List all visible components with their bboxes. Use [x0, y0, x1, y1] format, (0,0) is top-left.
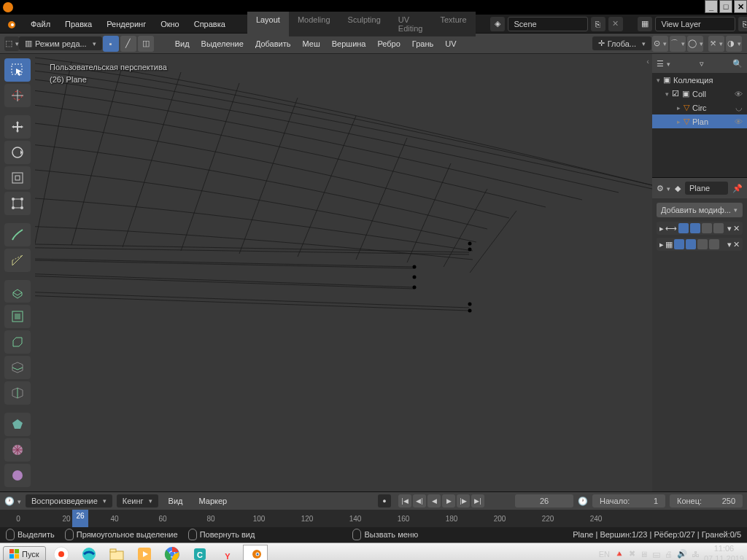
checkbox-icon[interactable]: ☑	[672, 89, 679, 98]
tool-scale[interactable]	[4, 166, 31, 190]
tool-bevel[interactable]	[4, 330, 31, 354]
pivot-icon[interactable]: ⊙	[652, 36, 668, 52]
menu-file[interactable]: Файл	[23, 20, 58, 28]
search-icon[interactable]: 🔍	[732, 59, 743, 69]
view-menu[interactable]: Вид	[169, 39, 196, 48]
taskbar-cent[interactable]: C	[187, 545, 212, 561]
collapse-panel-icon[interactable]: ‹	[646, 57, 649, 66]
browse-layer-icon[interactable]: ▦	[638, 17, 652, 31]
clock-icon[interactable]: 🕐	[578, 497, 588, 506]
mod-delete-icon[interactable]: ✕	[733, 224, 740, 233]
tray-icon[interactable]: 🖨	[665, 550, 673, 559]
tool-inset[interactable]	[4, 305, 31, 328]
new-scene-icon[interactable]: ⎘	[591, 17, 605, 31]
tool-rotate[interactable]	[4, 141, 31, 164]
face-menu[interactable]: Грань	[406, 39, 439, 48]
mod-delete-icon[interactable]: ✕	[733, 240, 740, 249]
close-button[interactable]: ✕	[734, 0, 747, 13]
gizmo-icon[interactable]: ⤧	[708, 36, 724, 52]
playhead[interactable]: 26	[72, 510, 88, 527]
outliner-item-plane[interactable]: ▸ ▽ Plan 👁	[652, 114, 747, 128]
snap-icon[interactable]: ⌒	[670, 36, 686, 52]
tool-polybuild[interactable]	[4, 413, 31, 436]
tab-uvediting[interactable]: UV Editing	[390, 12, 432, 36]
select-menu[interactable]: Выделение	[196, 39, 249, 48]
start-button[interactable]: Пуск	[3, 546, 46, 561]
overlays-icon[interactable]: ◑	[726, 36, 742, 52]
menu-help[interactable]: Справка	[187, 20, 233, 28]
outliner-type-icon[interactable]: ☰	[657, 59, 670, 69]
mod-menu-icon[interactable]: ▾	[727, 224, 732, 233]
tray-icon[interactable]: 🖴	[652, 550, 660, 559]
face-select-icon[interactable]: ◫	[138, 36, 154, 52]
autokey-icon[interactable]: ●	[378, 494, 391, 508]
volume-icon[interactable]: 🔊	[677, 549, 687, 559]
maximize-button[interactable]: □	[719, 0, 732, 13]
mod-toggle-render[interactable]	[674, 239, 684, 249]
playback-menu[interactable]: Воспроизведение	[26, 494, 112, 508]
tool-loopcut[interactable]	[4, 356, 31, 379]
keying-menu[interactable]: Кеинг	[117, 494, 158, 508]
blender-logo-icon[interactable]	[4, 18, 16, 31]
modifier-mirror[interactable]: ▸ ⟷ ▾ ✕	[657, 222, 743, 235]
tab-layout[interactable]: Layout	[247, 12, 289, 36]
mode-selector[interactable]: ▥ Режим реда...	[19, 36, 102, 50]
mod-menu-icon[interactable]: ▾	[727, 240, 732, 249]
taskbar-yandex[interactable]: Y	[215, 545, 240, 561]
jump-end-icon[interactable]: ▶|	[471, 494, 484, 508]
delete-scene-icon[interactable]: ✕	[608, 17, 623, 31]
active-object-field[interactable]: Plane	[685, 182, 728, 195]
current-frame-field[interactable]: 26	[515, 494, 573, 508]
timeline-view-menu[interactable]: Вид	[163, 497, 189, 505]
taskbar-media-player[interactable]	[132, 545, 157, 561]
viewport-3d[interactable]: Пользовательская перспектива (26) Plane …	[35, 54, 652, 491]
mesh-menu[interactable]: Меш	[297, 39, 326, 48]
eye-icon[interactable]: 👁	[735, 90, 743, 98]
tool-annotate[interactable]	[4, 223, 31, 246]
outliner-item-coll[interactable]: ▾ ☑ ▣ Coll 👁	[652, 87, 747, 101]
tool-extrude[interactable]	[4, 280, 31, 303]
mod-toggle-edit[interactable]	[697, 239, 708, 249]
taskbar-chrome[interactable]	[160, 545, 185, 561]
taskbar-blender[interactable]	[243, 545, 268, 561]
tool-transform[interactable]	[4, 192, 31, 215]
jump-start-icon[interactable]: |◀	[398, 494, 411, 508]
new-layer-icon[interactable]: ⎘	[738, 17, 747, 31]
editor-type-icon[interactable]: ⬚	[4, 36, 19, 51]
outliner-item-circle[interactable]: ▸ ▽ Circ ◡	[652, 101, 747, 114]
network-icon[interactable]: 🖧	[692, 550, 700, 559]
proportional-icon[interactable]: ◯	[687, 36, 703, 52]
uv-menu[interactable]: UV	[439, 39, 462, 48]
props-type-icon[interactable]: ⚙	[657, 184, 670, 193]
scene-name-field[interactable]: Scene	[508, 17, 588, 31]
edge-menu[interactable]: Ребро	[371, 39, 406, 48]
tab-modeling[interactable]: Modeling	[289, 12, 339, 36]
tool-measure[interactable]	[4, 249, 31, 272]
menu-window[interactable]: Окно	[153, 20, 187, 28]
tool-knife[interactable]	[4, 381, 31, 405]
clock[interactable]: 11:0607.11.2019	[704, 544, 744, 560]
play-reverse-icon[interactable]: ◀	[427, 494, 441, 508]
mod-toggle-viewport[interactable]	[690, 223, 700, 233]
timeline-type-icon[interactable]: 🕐	[4, 497, 21, 506]
play-icon[interactable]: ▶	[442, 494, 455, 508]
vertex-menu[interactable]: Вершина	[326, 39, 372, 48]
keyframe-prev-icon[interactable]: ◀|	[413, 494, 426, 508]
taskbar-ie[interactable]	[77, 545, 101, 561]
eye-icon[interactable]: 👁	[735, 117, 743, 126]
tab-sculpting[interactable]: Sculpting	[339, 12, 390, 36]
mod-toggle-viewport[interactable]	[686, 239, 696, 249]
tab-texture[interactable]: Texture	[431, 12, 475, 36]
tray-icon[interactable]: 🔺	[614, 549, 624, 559]
menu-render[interactable]: Рендеринг	[99, 20, 153, 28]
mod-toggle-edit[interactable]	[702, 223, 712, 233]
taskbar-explorer[interactable]	[104, 545, 129, 561]
eye-icon[interactable]: ◡	[735, 103, 743, 112]
browse-scene-icon[interactable]: ◈	[490, 17, 505, 31]
end-frame-field[interactable]: Конец:250	[670, 494, 743, 508]
tool-cursor[interactable]	[4, 84, 31, 107]
pin-icon[interactable]: 📌	[732, 184, 743, 193]
tool-smooth[interactable]	[4, 464, 31, 487]
start-frame-field[interactable]: Начало:1	[592, 494, 665, 508]
modifier-subsurf[interactable]: ▸ ▦ ▾ ✕	[657, 238, 743, 251]
